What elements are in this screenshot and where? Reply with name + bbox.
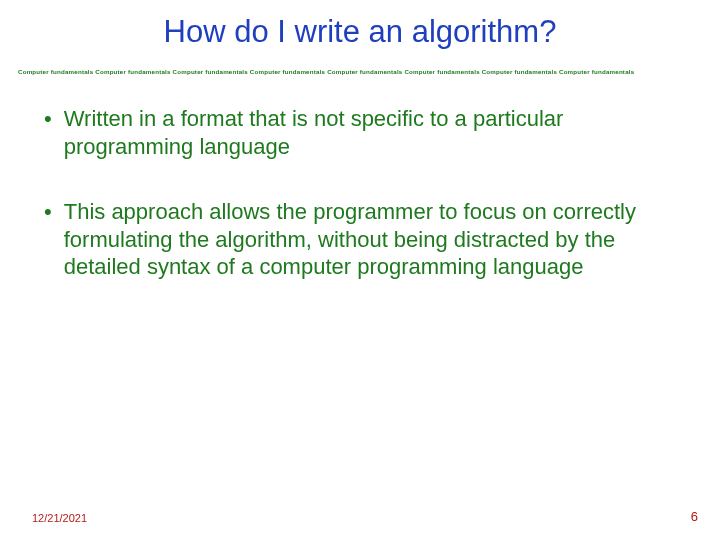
ribbon-text: Computer fundamentals Computer fundament… <box>0 50 720 75</box>
bullet-dot: • <box>40 105 64 160</box>
slide-title: How do I write an algorithm? <box>0 0 720 50</box>
content-area: • Written in a format that is not specif… <box>0 75 720 281</box>
bullet-text: This approach allows the programmer to f… <box>64 198 680 281</box>
footer-date: 12/21/2021 <box>32 512 87 524</box>
bullet-text: Written in a format that is not specific… <box>64 105 680 160</box>
footer-page-number: 6 <box>691 509 698 524</box>
bullet-item: • Written in a format that is not specif… <box>40 105 680 160</box>
bullet-dot: • <box>40 198 64 281</box>
bullet-item: • This approach allows the programmer to… <box>40 198 680 281</box>
